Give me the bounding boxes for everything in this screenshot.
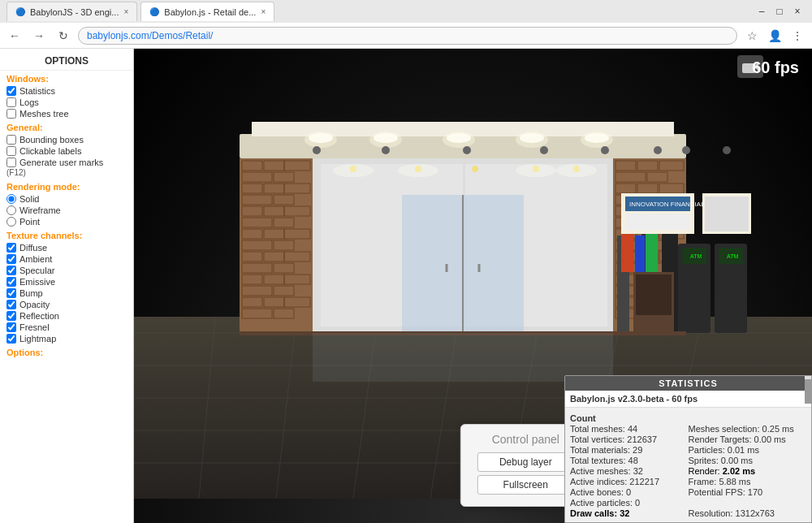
diffuse-label[interactable]: Diffuse — [19, 243, 47, 253]
statistics-checkbox[interactable] — [6, 86, 16, 96]
point-radio-item: Point — [0, 216, 133, 227]
opacity-checkbox[interactable] — [6, 300, 16, 309]
diffuse-checkbox[interactable] — [6, 243, 16, 253]
opacity-item: Opacity — [0, 299, 133, 310]
generate-user-marks-checkbox[interactable] — [6, 158, 16, 167]
svg-point-148 — [682, 146, 690, 154]
solid-label[interactable]: Solid — [19, 194, 39, 204]
svg-rect-150 — [313, 333, 613, 382]
f12-label: (F12) — [0, 168, 133, 179]
generate-user-marks-label[interactable]: Generate user marks — [19, 158, 103, 167]
tab-babylonjs-3d[interactable]: 🔵 BabylonJS - 3D engi... × — [6, 2, 137, 21]
bump-checkbox[interactable] — [6, 288, 16, 298]
svg-point-29 — [369, 132, 402, 148]
rendering-mode-header: Rendering mode: — [0, 179, 133, 193]
svg-point-139 — [398, 164, 438, 177]
reflection-label[interactable]: Reflection — [19, 311, 59, 321]
clickable-labels-item: Clickable labels — [0, 145, 133, 157]
stat-sprites: Sprites: 0.00 ms — [689, 456, 807, 465]
lightmap-checkbox[interactable] — [6, 334, 16, 344]
stats-row-9: Draw calls: 32 Resolution: 1312x763 — [570, 508, 806, 518]
svg-point-146 — [601, 146, 609, 154]
stats-row-7: Active bones: 0 Potential FPS: 170 — [570, 487, 806, 497]
svg-point-145 — [540, 146, 548, 154]
nav-icons: ☆ 👤 ⋮ — [742, 26, 807, 45]
ambient-label[interactable]: Ambient — [19, 254, 52, 264]
reflection-checkbox[interactable] — [6, 311, 16, 321]
statistics-checkbox-item: Statistics — [0, 85, 133, 97]
meshes-tree-checkbox[interactable] — [6, 109, 16, 119]
clickable-labels-label[interactable]: Clickable labels — [19, 146, 81, 156]
specular-checkbox[interactable] — [6, 266, 16, 275]
lightmap-item: Lightmap — [0, 333, 133, 344]
address-bar[interactable] — [78, 27, 737, 45]
debug-layer-button[interactable]: Debug layer — [477, 452, 574, 472]
stat-render-targets: Render Targets: 0.00 ms — [689, 434, 807, 444]
user-icon[interactable]: 👤 — [765, 26, 784, 45]
logs-checkbox[interactable] — [6, 97, 16, 107]
stat-particles: Particles: 0.01 ms — [689, 445, 807, 455]
stats-row-2: Total vertices: 212637 Render Targets: 0… — [570, 434, 806, 444]
main-area: OPTIONS Windows: Statistics Logs Meshes … — [0, 49, 812, 523]
stat-active-indices: Active indices: 212217 — [570, 477, 689, 486]
clickable-labels-checkbox[interactable] — [6, 146, 16, 156]
meshes-tree-checkbox-item: Meshes tree — [0, 108, 133, 119]
wireframe-radio[interactable] — [6, 205, 16, 215]
tab-label-1: BabylonJS - 3D engi... — [30, 7, 119, 17]
windows-header: Windows: — [0, 71, 133, 85]
window-controls: – □ × — [754, 3, 806, 19]
svg-rect-134 — [625, 214, 690, 230]
lightmap-label[interactable]: Lightmap — [19, 334, 56, 344]
bookmark-star-icon[interactable]: ☆ — [742, 26, 762, 45]
svg-point-30 — [443, 132, 475, 148]
point-label[interactable]: Point — [19, 217, 40, 227]
tab-close-1[interactable]: × — [123, 7, 128, 16]
solid-radio[interactable] — [6, 194, 16, 204]
fullscreen-button[interactable]: Fullscreen — [477, 475, 574, 495]
tab-close-2[interactable]: × — [261, 7, 266, 16]
logs-label[interactable]: Logs — [19, 97, 39, 107]
diffuse-item: Diffuse — [0, 242, 133, 253]
stat-total-meshes: Total meshes: 44 — [570, 424, 689, 434]
svg-point-32 — [581, 132, 613, 148]
stats-scrollbar[interactable] — [805, 376, 811, 391]
close-button[interactable]: × — [789, 3, 806, 19]
stats-version: Babylon.js v2.3.0-beta - 60 fps — [565, 391, 811, 408]
svg-point-28 — [304, 132, 337, 148]
minimize-button[interactable]: – — [754, 3, 770, 19]
stat-resolution: Resolution: 1312x763 — [689, 508, 807, 518]
tab-bar: 🔵 BabylonJS - 3D engi... × 🔵 Babylon.js … — [6, 2, 274, 21]
menu-icon[interactable]: ⋮ — [788, 26, 807, 45]
tab-babylonjs-retail[interactable]: 🔵 Babylon.js - Retail de... × — [140, 2, 274, 21]
stat-meshes-selection: Meshes selection: 0.25 ms — [689, 424, 807, 434]
meshes-tree-label[interactable]: Meshes tree — [19, 109, 69, 119]
options-header: Options: — [0, 344, 133, 359]
opacity-label[interactable]: Opacity — [19, 300, 50, 309]
bounding-boxes-label[interactable]: Bounding boxes — [19, 135, 84, 145]
back-button[interactable]: ← — [5, 26, 24, 45]
fresnel-checkbox[interactable] — [6, 322, 16, 332]
point-radio[interactable] — [6, 217, 16, 227]
stats-scrollbar-thumb — [805, 379, 811, 404]
emissive-label[interactable]: Emissive — [19, 277, 55, 287]
emissive-checkbox[interactable] — [6, 277, 16, 287]
svg-text:INNOVATION FINANCIAL: INNOVATION FINANCIAL — [629, 201, 705, 208]
svg-text:ATM: ATM — [727, 253, 738, 259]
wireframe-label[interactable]: Wireframe — [19, 205, 61, 215]
generate-user-marks-item: Generate user marks — [0, 157, 133, 168]
texture-channels-header: Texture channels: — [0, 227, 133, 242]
svg-text:ATM: ATM — [690, 253, 702, 259]
reload-button[interactable]: ↻ — [54, 26, 73, 45]
stats-body: Count Total meshes: 44 Meshes selection:… — [565, 408, 811, 522]
ambient-checkbox[interactable] — [6, 254, 16, 264]
bounding-boxes-checkbox[interactable] — [6, 135, 16, 145]
forward-button[interactable]: → — [29, 26, 49, 45]
specular-label[interactable]: Specular — [19, 266, 54, 275]
maximize-button[interactable]: □ — [771, 3, 788, 19]
emissive-item: Emissive — [0, 276, 133, 287]
fresnel-label[interactable]: Fresnel — [19, 322, 50, 332]
bump-label[interactable]: Bump — [19, 288, 43, 298]
viewport[interactable]: 60 fps — [134, 49, 812, 523]
statistics-label[interactable]: Statistics — [19, 86, 55, 96]
reflection-item: Reflection — [0, 310, 133, 322]
